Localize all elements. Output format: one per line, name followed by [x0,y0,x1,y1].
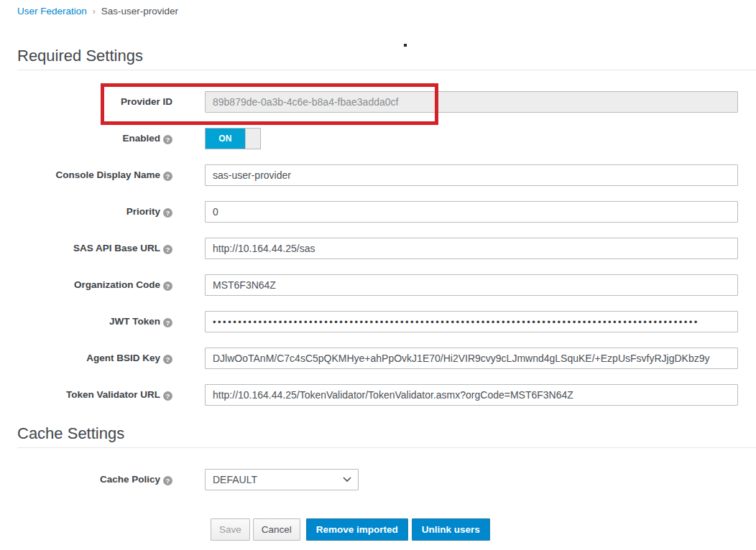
help-icon[interactable]: ? [163,281,172,291]
toggle-handle[interactable] [245,129,260,149]
form-row-provider-id: Provider ID [17,91,738,113]
form-row-console-display-name: Console Display Name? [17,164,738,186]
save-button[interactable]: Save [211,518,250,541]
help-icon[interactable]: ? [163,318,172,327]
sas-api-base-url-label: SAS API Base URL? [17,238,172,254]
priority-field[interactable] [205,201,738,223]
enabled-toggle[interactable]: ON [205,128,261,149]
jwt-token-label: JWT Token? [17,311,172,327]
breadcrumb-current: Sas-user-provider [101,6,178,17]
section-title-cache-settings: Cache Settings [17,424,756,443]
user-federation-provider-page: User Federation › Sas-user-provider Requ… [0,0,756,550]
required-settings-form: Provider ID Enabled? ON Console Display … [0,91,756,406]
cache-settings-form: Cache Policy? DEFAULT [0,469,756,490]
form-row-token-validator-url: Token Validator URL? [17,384,738,406]
help-icon[interactable]: ? [163,391,172,401]
form-actions: Save Cancel Remove imported Unlink users [211,518,756,541]
form-row-cache-policy: Cache Policy? DEFAULT [17,469,738,490]
cancel-button[interactable]: Cancel [253,518,300,541]
breadcrumb: User Federation › Sas-user-provider [0,0,756,17]
agent-bsid-key-field[interactable] [205,348,738,369]
chevron-down-icon [343,477,351,483]
form-row-organization-code: Organization Code? [17,274,738,296]
sas-api-base-url-field[interactable] [205,238,738,259]
toggle-on-label: ON [206,129,245,149]
organization-code-label: Organization Code? [17,274,172,291]
help-icon[interactable]: ? [163,245,172,254]
provider-id-field[interactable] [205,91,738,113]
section-title-required-settings: Required Settings [17,47,756,65]
cache-policy-label: Cache Policy? [17,469,172,485]
help-icon[interactable]: ? [163,135,172,144]
console-display-name-label: Console Display Name? [17,164,172,181]
form-row-jwt-token: JWT Token? [17,311,738,332]
form-row-sas-api-base-url: SAS API Base URL? [17,238,738,259]
help-icon[interactable]: ? [163,208,172,218]
help-icon[interactable]: ? [163,355,172,364]
organization-code-field[interactable] [205,274,738,296]
priority-label: Priority? [17,201,172,218]
breadcrumb-link-user-federation[interactable]: User Federation [17,6,87,17]
form-row-enabled: Enabled? ON [17,128,738,149]
remove-imported-button[interactable]: Remove imported [306,518,408,541]
section-divider [17,70,756,70]
token-validator-url-field[interactable] [205,384,738,406]
form-row-agent-bsid-key: Agent BSID Key? [17,348,738,369]
agent-bsid-key-label: Agent BSID Key? [17,348,172,364]
help-icon[interactable]: ? [163,172,172,181]
jwt-token-field[interactable] [205,311,738,332]
stray-pixel-dot [404,44,407,47]
unlink-users-button[interactable]: Unlink users [412,518,490,541]
provider-id-label: Provider ID [17,91,172,108]
console-display-name-field[interactable] [205,164,738,186]
cache-policy-select[interactable]: DEFAULT [205,469,359,490]
form-row-priority: Priority? [17,201,738,223]
enabled-label: Enabled? [17,128,172,144]
cache-policy-selected-value: DEFAULT [213,474,257,485]
section-divider [17,447,756,448]
help-icon[interactable]: ? [163,476,172,485]
token-validator-url-label: Token Validator URL? [17,384,172,401]
breadcrumb-separator-icon: › [93,6,96,17]
